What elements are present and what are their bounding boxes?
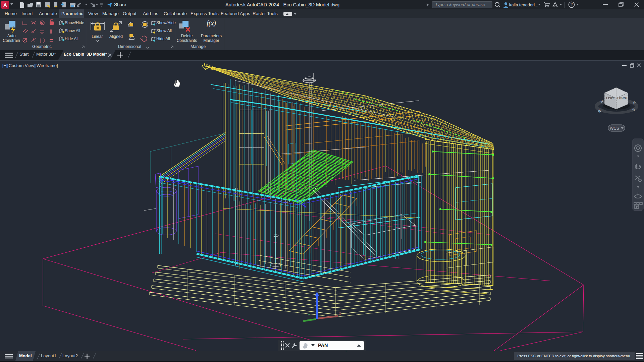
svg-text:X: X <box>339 312 341 316</box>
svg-text:Y: Y <box>308 313 310 317</box>
svg-text:FRONT: FRONT <box>618 96 628 100</box>
svg-text:?: ? <box>571 2 573 7</box>
svg-text:Z: Z <box>319 290 321 294</box>
svg-text:LEFT: LEFT <box>606 96 614 100</box>
svg-text:WCS: WCS <box>610 126 619 131</box>
